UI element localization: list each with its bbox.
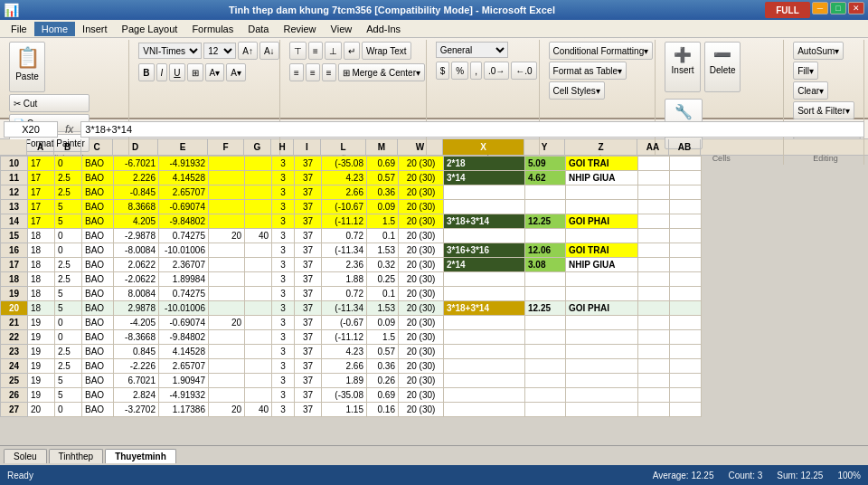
formula-input[interactable]: 3*18+3*14 — [80, 121, 864, 138]
table-cell[interactable]: 20 (30) — [399, 171, 444, 185]
table-cell[interactable]: 20 (30) — [399, 243, 444, 258]
sheet-scroll[interactable]: 10170BAO-6.7021-4.91932337(-35.080.6920 … — [0, 156, 868, 445]
table-cell[interactable]: 20 (30) — [399, 345, 444, 359]
table-cell[interactable] — [670, 258, 702, 272]
table-cell[interactable]: 0.1 — [367, 287, 399, 301]
table-cell[interactable] — [670, 157, 702, 171]
table-cell[interactable]: BAO — [82, 243, 114, 258]
cut-button[interactable]: ✂ Cut — [9, 94, 90, 112]
align-bottom-button[interactable]: ⊥ — [325, 42, 342, 60]
menu-addins[interactable]: Add-Ins — [359, 22, 408, 36]
align-center-button[interactable]: ≡ — [306, 63, 320, 81]
row-number[interactable]: 13 — [1, 200, 28, 214]
table-cell[interactable]: 20 (30) — [399, 258, 444, 272]
table-cell[interactable] — [638, 374, 670, 388]
minimize-button[interactable]: ─ — [812, 2, 828, 14]
table-cell[interactable]: 2.36707 — [159, 258, 209, 272]
table-cell[interactable]: 12.25 — [525, 214, 566, 229]
maximize-button[interactable]: □ — [830, 2, 846, 14]
row-number[interactable]: 18 — [1, 272, 28, 287]
table-cell[interactable]: 0 — [55, 243, 82, 258]
table-cell[interactable]: BAO — [82, 403, 114, 417]
table-cell[interactable]: 2.5 — [55, 185, 82, 200]
row-number[interactable]: 26 — [1, 388, 28, 403]
table-cell[interactable]: 19 — [28, 374, 55, 388]
table-cell[interactable]: 1.15 — [322, 403, 367, 417]
table-cell[interactable]: 12.25 — [525, 301, 566, 316]
table-cell[interactable]: -4.205 — [114, 316, 159, 330]
table-cell[interactable] — [638, 258, 670, 272]
table-cell[interactable]: 37 — [295, 229, 322, 243]
table-cell[interactable]: 3 — [272, 287, 295, 301]
table-cell[interactable]: 18 — [28, 287, 55, 301]
table-cell[interactable]: 4.23 — [322, 345, 367, 359]
table-cell[interactable] — [670, 359, 702, 374]
table-cell[interactable]: 2.66 — [322, 185, 367, 200]
table-cell[interactable]: 3 — [272, 229, 295, 243]
table-cell[interactable]: 2.0622 — [114, 258, 159, 272]
table-cell[interactable]: BAO — [82, 272, 114, 287]
table-cell[interactable]: 0.16 — [367, 403, 399, 417]
table-cell[interactable]: (-11.34 — [322, 243, 367, 258]
insert-button[interactable]: ➕ Insert — [665, 42, 701, 92]
table-cell[interactable] — [670, 287, 702, 301]
table-cell[interactable]: 20 (30) — [399, 185, 444, 200]
row-number[interactable]: 20 — [1, 301, 28, 316]
table-cell[interactable]: 20 (30) — [399, 287, 444, 301]
table-cell[interactable]: 0 — [55, 157, 82, 171]
border-button[interactable]: ⊞ — [187, 63, 203, 81]
table-cell[interactable]: 4.14528 — [159, 171, 209, 185]
menu-data[interactable]: Data — [241, 22, 276, 36]
table-cell[interactable]: -2.226 — [114, 359, 159, 374]
table-cell[interactable]: 19 — [28, 388, 55, 403]
table-cell[interactable]: 17 — [28, 185, 55, 200]
table-cell[interactable]: 0 — [55, 316, 82, 330]
table-cell[interactable]: -6.7021 — [114, 157, 159, 171]
table-cell[interactable] — [566, 345, 638, 359]
table-cell[interactable]: 4.205 — [114, 214, 159, 229]
table-cell[interactable]: BAO — [82, 258, 114, 272]
table-cell[interactable]: 37 — [295, 301, 322, 316]
table-cell[interactable] — [525, 388, 566, 403]
table-cell[interactable]: 6.7021 — [114, 374, 159, 388]
table-cell[interactable]: 2.5 — [55, 359, 82, 374]
table-cell[interactable]: 20 — [209, 316, 245, 330]
table-cell[interactable]: 3 — [272, 171, 295, 185]
table-cell[interactable] — [525, 272, 566, 287]
table-cell[interactable] — [566, 374, 638, 388]
table-cell[interactable] — [245, 157, 272, 171]
table-cell[interactable] — [209, 243, 245, 258]
table-cell[interactable]: -9.84802 — [159, 214, 209, 229]
table-cell[interactable]: 19 — [28, 316, 55, 330]
table-cell[interactable] — [209, 157, 245, 171]
table-cell[interactable]: 3 — [272, 157, 295, 171]
table-cell[interactable]: 2.65707 — [159, 185, 209, 200]
table-cell[interactable] — [444, 345, 525, 359]
table-cell[interactable]: (-0.67 — [322, 316, 367, 330]
row-number[interactable]: 17 — [1, 258, 28, 272]
table-cell[interactable]: 2.5 — [55, 171, 82, 185]
table-cell[interactable]: 37 — [295, 388, 322, 403]
row-number[interactable]: 14 — [1, 214, 28, 229]
table-cell[interactable] — [245, 359, 272, 374]
fill-color-button[interactable]: A▾ — [205, 63, 225, 81]
table-cell[interactable]: 37 — [295, 243, 322, 258]
table-cell[interactable]: 3 — [272, 403, 295, 417]
table-cell[interactable]: GOI TRAI — [566, 157, 638, 171]
menu-file[interactable]: File — [4, 22, 34, 36]
align-middle-button[interactable]: ≡ — [308, 42, 323, 60]
bold-button[interactable]: B — [138, 63, 154, 81]
table-cell[interactable]: 3 — [272, 185, 295, 200]
table-cell[interactable] — [525, 374, 566, 388]
table-cell[interactable]: 20 (30) — [399, 403, 444, 417]
increase-decimal-button[interactable]: .0→ — [484, 62, 509, 80]
table-cell[interactable] — [670, 330, 702, 345]
table-cell[interactable] — [444, 287, 525, 301]
menu-review[interactable]: Review — [276, 22, 323, 36]
table-cell[interactable] — [209, 359, 245, 374]
table-cell[interactable]: -4.91932 — [159, 157, 209, 171]
table-cell[interactable]: 37 — [295, 359, 322, 374]
table-cell[interactable] — [638, 359, 670, 374]
table-cell[interactable]: BAO — [82, 157, 114, 171]
table-cell[interactable] — [245, 345, 272, 359]
